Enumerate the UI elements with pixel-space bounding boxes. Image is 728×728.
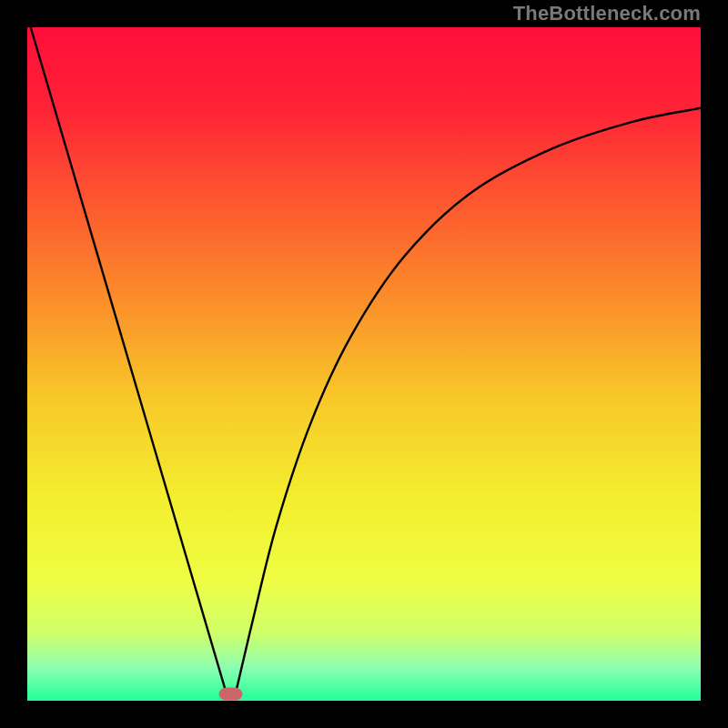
plot-background [27, 27, 701, 701]
bottleneck-plot [27, 27, 701, 701]
chart-frame: TheBottleneck.com [0, 0, 728, 728]
attribution-text: TheBottleneck.com [513, 2, 701, 25]
minimum-marker [218, 688, 242, 701]
